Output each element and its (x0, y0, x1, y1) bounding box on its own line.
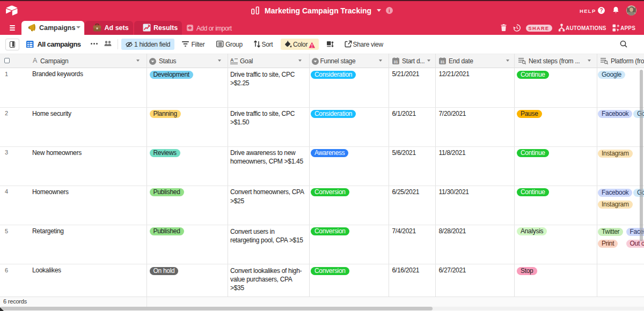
svg-text:31: 31 (394, 60, 398, 64)
svg-text:A: A (230, 57, 234, 63)
svg-text:31: 31 (441, 60, 445, 64)
